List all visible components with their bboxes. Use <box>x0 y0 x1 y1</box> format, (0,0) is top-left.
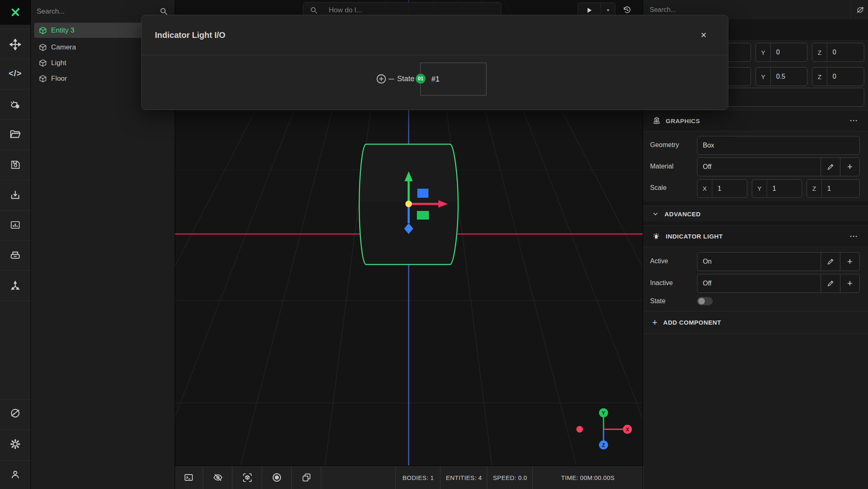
axis-orientation-widget[interactable]: Y X Z <box>576 408 632 449</box>
node-graph-button[interactable] <box>0 273 30 298</box>
axis-z-label: Z <box>602 442 605 448</box>
graphics-section-header[interactable]: GRAPHICS ··· <box>643 110 868 131</box>
stats-button[interactable] <box>0 213 30 237</box>
printer-icon <box>9 250 21 261</box>
status-bodies: BODIES: 1 <box>395 466 440 489</box>
gizmo-xz-plane-handle[interactable] <box>417 211 429 220</box>
axis-x-label: X <box>626 427 629 433</box>
sync-disabled-icon <box>856 5 865 14</box>
modal-body: State #1 01 <box>142 55 728 110</box>
inactive-add-button[interactable]: + <box>840 274 859 292</box>
print-button[interactable] <box>0 243 30 268</box>
add-component-label: ADD COMPONENT <box>663 319 721 326</box>
console-button[interactable] <box>175 466 203 489</box>
add-component-button[interactable]: + ADD COMPONENT <box>643 311 868 334</box>
cube-icon <box>39 59 47 67</box>
indicator-light-section-header[interactable]: INDICATOR LIGHT ··· <box>643 225 868 247</box>
rotation-z-field[interactable]: Z 0 <box>812 67 864 86</box>
state-badge: 01 <box>416 74 426 84</box>
material-field-group: Off + <box>697 157 860 176</box>
focus-cube-icon <box>242 473 253 483</box>
orbit-icon <box>9 407 21 419</box>
search-icon <box>310 6 318 14</box>
toggle-knob <box>698 298 705 304</box>
bug-gear-icon <box>9 98 21 110</box>
scale-x-field[interactable]: X 1 <box>697 179 747 198</box>
graphics-section-title: GRAPHICS <box>666 117 850 124</box>
duplicate-button[interactable] <box>291 466 321 489</box>
state-toggle[interactable] <box>697 297 713 305</box>
status-time: TIME: 00M:00.00S <box>532 466 643 489</box>
pencil-icon <box>827 258 834 265</box>
scale-y-field[interactable]: Y 1 <box>752 179 802 198</box>
entity-label: Light <box>51 59 66 67</box>
search-icon <box>159 7 168 16</box>
app-logo[interactable] <box>0 0 30 25</box>
move-tool-button[interactable] <box>0 32 30 57</box>
code-icon: </> <box>9 69 22 78</box>
duplicate-icon <box>302 473 311 482</box>
simulation-settings-button[interactable] <box>0 92 30 117</box>
user-button[interactable] <box>0 462 30 487</box>
rotation-y-field[interactable]: Y 0.5 <box>756 67 807 86</box>
position-y-field[interactable]: Y 0 <box>756 43 807 62</box>
app-window: Y X Z How do I... <box>0 0 868 489</box>
entity-label: Camera <box>51 43 76 51</box>
code-editor-button[interactable]: </> <box>0 61 30 86</box>
position-z-field[interactable]: Z 0 <box>812 43 864 62</box>
material-value[interactable]: Off <box>697 158 821 176</box>
bar-chart-icon <box>10 220 21 230</box>
hide-gizmos-button[interactable] <box>203 466 232 489</box>
inactive-label: Inactive <box>650 279 673 287</box>
inactive-edit-button[interactable] <box>821 274 840 292</box>
caret-down-icon <box>605 7 611 13</box>
play-icon <box>585 7 593 14</box>
help-search-placeholder: How do I... <box>329 6 362 14</box>
axis-letter: X <box>697 180 712 197</box>
active-add-button[interactable]: + <box>840 253 859 271</box>
history-icon <box>622 5 632 15</box>
gizmo-xy-plane-handle[interactable] <box>417 189 428 198</box>
indicator-light-menu-button[interactable]: ··· <box>850 232 858 241</box>
settings-button[interactable] <box>0 432 30 456</box>
axis-negative-x-dot[interactable] <box>576 426 583 433</box>
left-toolbar: </> <box>0 0 31 489</box>
save-button[interactable] <box>0 152 30 177</box>
record-button[interactable] <box>262 466 292 489</box>
geometry-field[interactable]: Box <box>697 136 860 155</box>
advanced-section-title: ADVANCED <box>664 211 701 218</box>
sync-disabled-button[interactable] <box>851 0 868 20</box>
active-field-group: On + <box>697 252 860 271</box>
console-icon <box>184 473 194 482</box>
state-value: #1 <box>431 75 440 84</box>
add-state-button[interactable] <box>376 73 387 84</box>
import-button[interactable] <box>0 182 30 207</box>
state-node-label: State <box>397 75 414 83</box>
record-icon <box>271 472 282 483</box>
status-entities: ENTITIES: 4 <box>440 466 487 489</box>
scale-z-field[interactable]: Z 1 <box>807 179 860 198</box>
focus-entity-button[interactable] <box>232 466 262 489</box>
indicator-light-icon <box>651 232 661 241</box>
gizmo-center-handle[interactable] <box>405 201 412 207</box>
inactive-value[interactable]: Off <box>697 274 821 292</box>
axis-letter: Z <box>812 43 827 61</box>
active-edit-button[interactable] <box>821 253 840 271</box>
state-connector-line <box>388 79 394 80</box>
open-project-button[interactable] <box>0 122 30 147</box>
state-node-box[interactable]: #1 <box>420 63 487 96</box>
eye-slash-icon <box>213 472 223 483</box>
advanced-section-header[interactable]: ADVANCED <box>643 206 868 222</box>
material-edit-button[interactable] <box>821 158 840 176</box>
save-icon <box>10 159 21 170</box>
pencil-icon <box>827 280 834 287</box>
modal-header: Indicator Light I/O × <box>142 15 728 55</box>
orbit-button[interactable] <box>0 401 30 426</box>
graphics-menu-button[interactable]: ··· <box>850 117 858 125</box>
import-icon <box>10 190 21 200</box>
active-value[interactable]: On <box>697 253 821 271</box>
modal-close-button[interactable]: × <box>701 29 707 41</box>
inactive-field-group: Off + <box>697 274 860 293</box>
modal-title: Indicator Light I/O <box>155 30 701 40</box>
material-add-button[interactable]: + <box>840 158 859 176</box>
